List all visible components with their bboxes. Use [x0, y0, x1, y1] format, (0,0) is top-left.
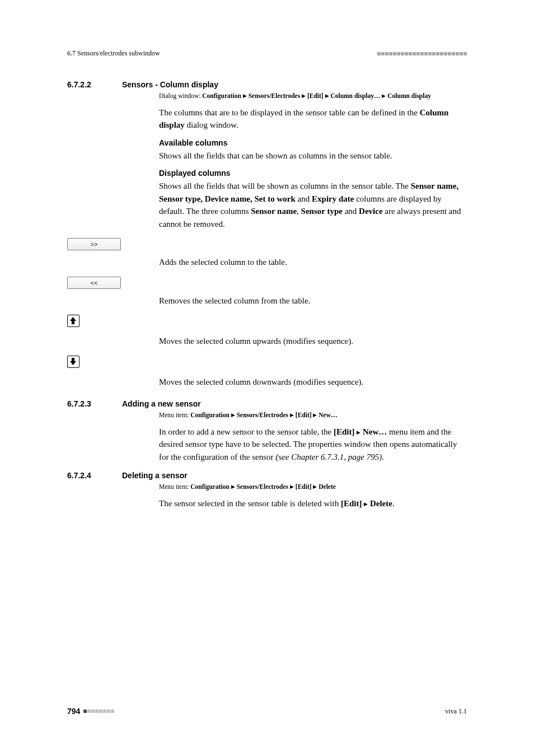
triangle-icon: ▶ [313, 484, 317, 489]
displayed-columns-heading: Displayed columns [159, 169, 467, 178]
move-up-description: Moves the selected column upwards (modif… [159, 335, 467, 348]
triangle-icon: ▶ [231, 484, 235, 489]
section-number: 6.7.2.2 [67, 80, 122, 89]
triangle-icon: ▶ [290, 412, 294, 418]
intro-paragraph: The columns that are to be displayed in … [159, 106, 467, 132]
arrow-up-icon [69, 316, 77, 325]
deleting-sensor-text: The sensor selected in the sensor table … [159, 497, 467, 510]
section-6-7-2-4-heading: 6.7.2.4 Deleting a sensor [67, 471, 467, 480]
section-number: 6.7.2.3 [67, 399, 122, 408]
section-number: 6.7.2.4 [67, 471, 122, 480]
triangle-icon: ▶ [290, 484, 294, 489]
add-column-button[interactable]: >> [67, 238, 121, 250]
remove-column-description: Removes the selected column from the tab… [159, 295, 467, 307]
triangle-icon: ▶ [231, 412, 235, 418]
page-number: 794 [67, 707, 80, 716]
move-down-description: Moves the selected column downwards (mod… [159, 376, 467, 389]
triangle-icon: ▶ [325, 93, 329, 99]
add-column-description: Adds the selected column to the table. [159, 256, 467, 269]
remove-column-button[interactable]: << [67, 277, 121, 289]
available-columns-heading: Available columns [159, 138, 467, 147]
adding-sensor-text: In order to add a new sensor to the sens… [159, 426, 467, 464]
arrow-down-icon [69, 357, 77, 366]
menu-path: Menu item: Configuration ▶ Sensors/Elect… [159, 410, 467, 420]
move-down-button[interactable] [67, 356, 79, 368]
triangle-icon: ▶ [357, 430, 360, 435]
move-up-button[interactable] [67, 315, 79, 327]
section-6-7-2-2-heading: 6.7.2.2 Sensors - Column display [67, 80, 467, 89]
page-header: 6.7 Sensors/electrodes subwindow [67, 49, 467, 58]
triangle-icon: ▶ [364, 501, 368, 507]
section-6-7-2-3-heading: 6.7.2.3 Adding a new sensor [67, 399, 467, 408]
footer-decoration [83, 710, 114, 713]
footer-right: viva 1.1 [445, 707, 467, 716]
header-decoration [377, 52, 467, 55]
triangle-icon: ▶ [302, 93, 306, 99]
section-title: Adding a new sensor [122, 399, 201, 408]
dialog-path: Dialog window: Configuration ▶ Sensors/E… [159, 91, 467, 101]
triangle-icon: ▶ [243, 93, 247, 99]
displayed-columns-text: Shows all the fields that will be shown … [159, 180, 467, 230]
section-title: Sensors - Column display [122, 80, 218, 89]
triangle-icon: ▶ [313, 412, 317, 418]
page-footer: 794 viva 1.1 [67, 707, 467, 716]
header-section-label: 6.7 Sensors/electrodes subwindow [67, 49, 160, 58]
triangle-icon: ▶ [382, 93, 386, 99]
menu-path: Menu item: Configuration ▶ Sensors/Elect… [159, 482, 467, 492]
available-columns-text: Shows all the fields that can be shown a… [159, 150, 467, 162]
section-title: Deleting a sensor [122, 471, 188, 480]
